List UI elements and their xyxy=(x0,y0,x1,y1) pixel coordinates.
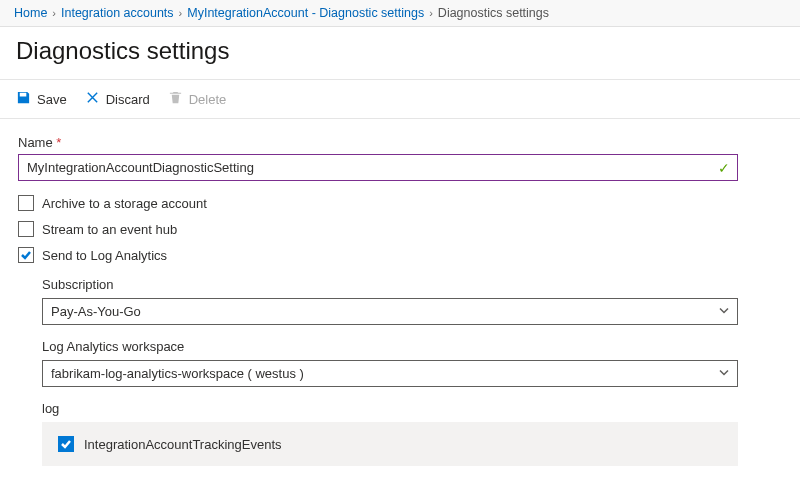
archive-label: Archive to a storage account xyxy=(42,196,207,211)
name-label: Name * xyxy=(18,135,782,150)
delete-label: Delete xyxy=(189,92,227,107)
form: Name * ✓ Archive to a storage account St… xyxy=(0,119,800,476)
save-label: Save xyxy=(37,92,67,107)
subscription-select-wrap: Pay-As-You-Go xyxy=(42,298,738,325)
save-button[interactable]: Save xyxy=(16,88,67,110)
stream-row: Stream to an event hub xyxy=(18,221,782,237)
subscription-label: Subscription xyxy=(42,277,782,292)
log-category-checkbox[interactable] xyxy=(58,436,74,452)
log-analytics-section: Subscription Pay-As-You-Go Log Analytics… xyxy=(42,277,782,416)
breadcrumb-current: Diagnostics settings xyxy=(438,6,549,20)
workspace-select[interactable]: fabrikam-log-analytics-workspace ( westu… xyxy=(42,360,738,387)
discard-label: Discard xyxy=(106,92,150,107)
breadcrumb-account-diag[interactable]: MyIntegrationAccount - Diagnostic settin… xyxy=(187,6,424,20)
name-input-wrap: ✓ xyxy=(18,154,738,181)
log-category-box: IntegrationAccountTrackingEvents xyxy=(42,422,738,466)
trash-icon xyxy=(168,90,183,108)
archive-row: Archive to a storage account xyxy=(18,195,782,211)
page-title: Diagnostics settings xyxy=(0,27,800,79)
breadcrumb-home[interactable]: Home xyxy=(14,6,47,20)
check-icon: ✓ xyxy=(718,160,730,176)
chevron-right-icon: › xyxy=(52,7,56,19)
discard-button[interactable]: Discard xyxy=(85,88,150,110)
subscription-select[interactable]: Pay-As-You-Go xyxy=(42,298,738,325)
stream-checkbox[interactable] xyxy=(18,221,34,237)
name-input[interactable] xyxy=(18,154,738,181)
close-icon xyxy=(85,90,100,108)
chevron-right-icon: › xyxy=(429,7,433,19)
breadcrumb-integration-accounts[interactable]: Integration accounts xyxy=(61,6,174,20)
workspace-select-wrap: fabrikam-log-analytics-workspace ( westu… xyxy=(42,360,738,387)
breadcrumb: Home › Integration accounts › MyIntegrat… xyxy=(0,0,800,27)
toolbar: Save Discard Delete xyxy=(0,79,800,119)
delete-button: Delete xyxy=(168,88,227,110)
log-section-label: log xyxy=(42,401,782,416)
log-category-label: IntegrationAccountTrackingEvents xyxy=(84,437,282,452)
send-log-checkbox[interactable] xyxy=(18,247,34,263)
send-log-label: Send to Log Analytics xyxy=(42,248,167,263)
required-asterisk: * xyxy=(56,135,61,150)
send-log-row: Send to Log Analytics xyxy=(18,247,782,263)
workspace-label: Log Analytics workspace xyxy=(42,339,782,354)
archive-checkbox[interactable] xyxy=(18,195,34,211)
chevron-right-icon: › xyxy=(179,7,183,19)
save-icon xyxy=(16,90,31,108)
stream-label: Stream to an event hub xyxy=(42,222,177,237)
name-label-text: Name xyxy=(18,135,53,150)
